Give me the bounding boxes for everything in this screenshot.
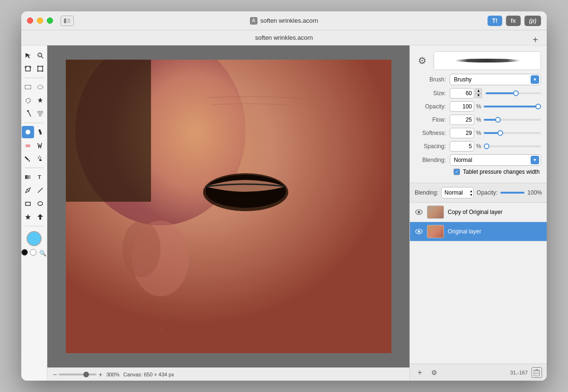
- white-color-dot[interactable]: [30, 249, 36, 256]
- svg-line-4: [41, 56, 43, 58]
- svg-point-43: [145, 317, 147, 319]
- spacing-slider[interactable]: [484, 145, 541, 147]
- layer-visibility-original[interactable]: [415, 227, 423, 236]
- titlebar-actions: T! fx (p): [488, 16, 541, 26]
- svg-point-13: [42, 71, 44, 72]
- p-button[interactable]: (p): [524, 16, 541, 26]
- fx-button[interactable]: fx: [506, 16, 521, 26]
- opacity-input[interactable]: [450, 101, 474, 112]
- softness-slider[interactable]: [484, 132, 541, 134]
- paint-brush-tool[interactable]: [22, 126, 34, 138]
- layer-item-original[interactable]: Original layer: [410, 222, 547, 241]
- smudge-tool[interactable]: [34, 139, 46, 151]
- svg-rect-1: [67, 18, 71, 23]
- black-color-dot[interactable]: [21, 249, 28, 256]
- file-icon: A: [250, 17, 257, 25]
- svg-rect-9: [38, 66, 43, 71]
- blending-select[interactable]: Normal: [450, 154, 541, 166]
- svg-point-32: [38, 202, 43, 205]
- window-title-area: A soften wrinkles.acorn: [250, 17, 318, 25]
- canvas-content[interactable]: [47, 45, 409, 367]
- zoom-in-button[interactable]: +: [98, 371, 102, 378]
- svg-point-12: [37, 71, 39, 72]
- add-panel-button[interactable]: +: [530, 34, 541, 45]
- size-up[interactable]: ▲: [475, 89, 482, 93]
- eraser-tool[interactable]: [22, 139, 34, 151]
- brush-select[interactable]: Brushy: [450, 74, 541, 85]
- pen-tool[interactable]: [22, 184, 34, 196]
- svg-rect-19: [38, 129, 42, 135]
- size-input[interactable]: 60: [450, 88, 474, 98]
- svg-point-25: [38, 158, 39, 159]
- add-layer-button[interactable]: +: [415, 367, 425, 378]
- oval-select-tool[interactable]: [34, 81, 46, 93]
- softness-input[interactable]: [450, 128, 474, 138]
- oval-shape-tool[interactable]: [34, 197, 46, 210]
- rect-shape-tool[interactable]: [22, 197, 34, 210]
- foreground-color-swatch[interactable]: [27, 231, 42, 246]
- layers-footer: + ⚙ 31,-167: [410, 364, 547, 381]
- size-down[interactable]: ▼: [475, 93, 482, 98]
- brush-settings-icon[interactable]: ⚙: [416, 54, 429, 67]
- delete-layer-button[interactable]: [532, 367, 542, 378]
- flow-slider[interactable]: [484, 119, 541, 121]
- svg-rect-31: [26, 202, 30, 205]
- size-slider[interactable]: [486, 92, 541, 94]
- flow-row: Flow: %: [416, 115, 541, 125]
- paint-bucket-tool[interactable]: [22, 152, 34, 165]
- svg-point-54: [418, 231, 420, 233]
- toolbar-divider-1: [25, 78, 44, 78]
- gradient-tool[interactable]: [22, 171, 34, 183]
- arrow-shape-tool[interactable]: [34, 211, 46, 223]
- svg-marker-2: [26, 53, 31, 58]
- magic-wand-tool[interactable]: [22, 107, 34, 120]
- layers-section: Blending: Normal ▲ ▼ Opacity: 100%: [410, 183, 547, 381]
- toolbar-divider-3: [25, 168, 44, 168]
- text-format-button[interactable]: T!: [488, 16, 502, 26]
- line-tool[interactable]: [34, 184, 46, 196]
- zoom-slider[interactable]: [59, 374, 97, 375]
- layers-blending-select[interactable]: Normal: [441, 187, 474, 198]
- flow-input[interactable]: [450, 115, 474, 125]
- layer-visibility-copy[interactable]: [415, 208, 423, 216]
- magic-select-tool[interactable]: [34, 94, 46, 107]
- spray-tool[interactable]: [34, 152, 46, 165]
- layer-item-copy[interactable]: Copy of Original layer: [410, 203, 547, 222]
- close-button[interactable]: [27, 18, 33, 24]
- spacing-label: Spacing:: [416, 143, 450, 150]
- multi-select-tool[interactable]: [34, 107, 46, 120]
- spacing-input[interactable]: [450, 141, 474, 151]
- rect-select-tool[interactable]: [22, 81, 34, 93]
- star-tool[interactable]: [22, 211, 34, 223]
- layer-settings-button[interactable]: ⚙: [429, 367, 439, 378]
- minimize-button[interactable]: [37, 18, 43, 24]
- layer-coords: 31,-167: [510, 370, 528, 375]
- maximize-button[interactable]: [47, 18, 53, 24]
- text-tool[interactable]: T: [34, 171, 46, 183]
- svg-rect-14: [25, 85, 31, 89]
- opacity-slider[interactable]: [484, 106, 541, 107]
- tablet-pressure-checkbox[interactable]: ✓: [453, 169, 460, 175]
- svg-rect-37: [66, 60, 151, 202]
- layer-name-copy: Copy of Original layer: [448, 209, 542, 215]
- spacing-row: Spacing: %: [416, 141, 541, 151]
- layers-opacity-slider[interactable]: [500, 192, 524, 194]
- svg-rect-27: [39, 160, 42, 161]
- svg-point-23: [39, 156, 40, 157]
- main-area: +: [21, 45, 547, 381]
- crop-tool[interactable]: [22, 62, 34, 75]
- svg-point-47: [141, 324, 142, 326]
- transform-tool[interactable]: [34, 62, 46, 75]
- color-picker-tool[interactable]: 🔍: [38, 249, 47, 258]
- opacity-unit: %: [476, 103, 484, 110]
- pencil-tool[interactable]: [34, 126, 46, 138]
- arrow-tool[interactable]: [22, 49, 34, 62]
- zoom-tool[interactable]: +: [34, 49, 46, 62]
- sidebar-toggle-button[interactable]: [61, 16, 74, 26]
- svg-point-26: [40, 159, 41, 160]
- svg-point-15: [38, 85, 43, 89]
- lasso-tool[interactable]: [22, 94, 34, 107]
- tool-group-12: [22, 211, 46, 223]
- zoom-out-button[interactable]: −: [53, 371, 57, 378]
- zoom-controls: − +: [53, 371, 102, 378]
